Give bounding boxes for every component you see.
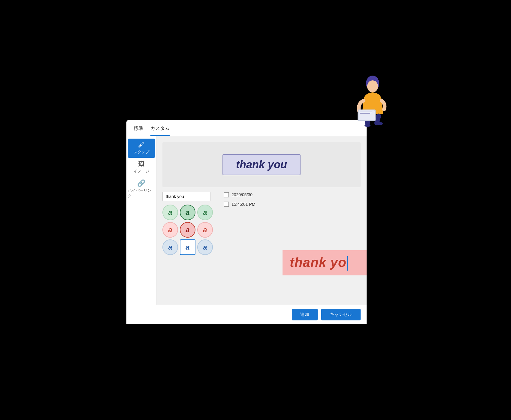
font-cell-b2-selected[interactable]: a	[180, 239, 195, 255]
font-cell-g3[interactable]: a	[197, 205, 213, 220]
callout-arrow: thank yo	[283, 250, 367, 275]
stamp-icon: 🖋	[138, 142, 145, 148]
tab-standard[interactable]: 標準	[134, 125, 143, 136]
text-input-row	[162, 192, 213, 201]
sidebar: 🖋 スタンプ 🖼 イメージ 🔗 ハイパーリンク	[126, 136, 156, 305]
add-button[interactable]: 追加	[292, 309, 318, 320]
tab-custom[interactable]: カスタム	[150, 125, 170, 136]
character-illustration	[349, 72, 397, 132]
font-cell-b3[interactable]: a	[197, 239, 213, 255]
tab-bar: 標準 カスタム	[126, 120, 367, 136]
font-cell-g2[interactable]: a	[180, 205, 195, 220]
sidebar-item-image-label: イメージ	[134, 169, 149, 174]
svg-point-4	[364, 124, 370, 127]
preview-area: thank you	[162, 142, 361, 187]
time-checkbox[interactable]	[224, 202, 229, 207]
font-cell-r2[interactable]: a	[180, 222, 195, 238]
svg-point-1	[367, 80, 378, 92]
date-option-date[interactable]: 2020/05/30	[224, 192, 255, 197]
date-options: 2020/05/30 15:45:01 PM	[224, 192, 255, 207]
preview-text: thank you	[236, 158, 287, 171]
sidebar-item-stamp-label: スタンプ	[134, 149, 149, 155]
time-label: 15:45:01 PM	[231, 202, 255, 207]
date-option-time[interactable]: 15:45:01 PM	[224, 202, 255, 207]
cancel-button[interactable]: キャンセル	[321, 309, 361, 320]
stamp-preview: thank you	[222, 154, 301, 175]
stamp-text-input[interactable]	[162, 192, 210, 201]
options-row: a a a a a a a a a	[162, 192, 361, 255]
cursor	[347, 256, 348, 271]
hyperlink-icon: 🔗	[137, 180, 145, 187]
font-cell-b1[interactable]: a	[162, 239, 178, 255]
font-grid: a a a a a a a a a	[162, 205, 213, 255]
image-icon: 🖼	[138, 161, 145, 167]
date-label: 2020/05/30	[231, 192, 252, 197]
sidebar-item-hyperlink[interactable]: 🔗 ハイパーリンク	[128, 177, 155, 202]
font-cell-g1[interactable]: a	[162, 205, 178, 220]
action-bar: 追加 キャンセル	[126, 305, 367, 324]
svg-point-5	[377, 122, 383, 125]
sidebar-item-stamp[interactable]: 🖋 スタンプ	[128, 139, 155, 158]
content-panel: thank you a a a a a	[156, 136, 367, 305]
main-content: 🖋 スタンプ 🖼 イメージ 🔗 ハイパーリンク thank you	[126, 136, 367, 305]
font-cell-r1[interactable]: a	[162, 222, 178, 238]
sidebar-item-image[interactable]: 🖼 イメージ	[128, 158, 155, 177]
sidebar-item-hyperlink-label: ハイパーリンク	[128, 188, 155, 199]
date-checkbox[interactable]	[224, 192, 229, 197]
arrow-shape: thank yo	[283, 250, 367, 275]
app-window: 標準 カスタム 🖋 スタンプ 🖼 イメージ 🔗 ハイパーリンク	[126, 120, 367, 324]
callout-text: thank yo	[290, 255, 348, 271]
font-cell-r3[interactable]: a	[197, 222, 213, 238]
